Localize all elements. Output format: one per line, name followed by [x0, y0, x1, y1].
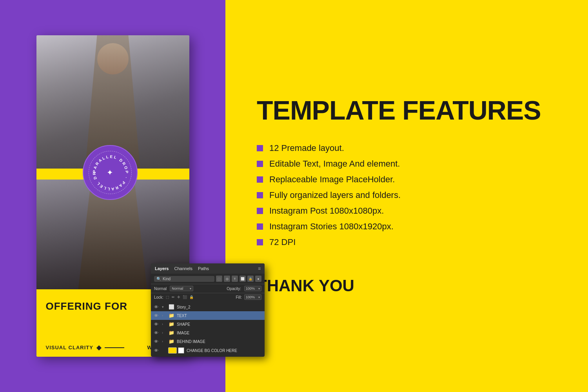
lock-draw-icon: ✏: [172, 295, 175, 299]
features-list: 12 Premade layout.Editable Text, Image A…: [257, 143, 557, 253]
layer-name-story2: Story_2: [177, 305, 261, 309]
feature-item: 72 DPI: [257, 237, 557, 247]
folder-icon-shape: 📁: [168, 321, 174, 327]
feature-item: Fully organized layers and folders.: [257, 190, 557, 200]
expand-icon[interactable]: ▾: [162, 305, 166, 309]
feature-text: Fully organized layers and folders.: [269, 190, 401, 200]
footer-line: [105, 347, 124, 348]
folder-icon-image: 📁: [168, 330, 174, 336]
blend-dropdown[interactable]: Normal ▾: [170, 286, 193, 291]
layers-toolbar: 🔍 Kind ⬚ ◎ T ⬜ 🔒 ●: [151, 274, 265, 284]
layers-tab-channels[interactable]: Channels: [174, 266, 192, 271]
layers-search: 🔍 Kind: [154, 276, 214, 282]
eye-icon-text[interactable]: 👁: [154, 313, 160, 318]
bullet-square: [257, 161, 263, 167]
layer-name-text: TEXT: [177, 314, 261, 318]
folder-icon-text: 📁: [168, 313, 174, 318]
fill-value: 100%: [246, 295, 255, 299]
bullet-square: [257, 192, 263, 198]
lock-all-icon: 🔒: [189, 295, 194, 299]
eye-icon-bgcolor[interactable]: 👁: [154, 348, 160, 353]
group-icon: ⬜: [168, 304, 174, 310]
lock-artboard-icon: ⬛: [183, 295, 187, 299]
expand-icon-text[interactable]: ›: [162, 314, 166, 318]
extra-filter-icon[interactable]: ●: [255, 276, 261, 282]
layer-item-behind[interactable]: 👁 › 📁 BEHIND IMAGE: [151, 337, 265, 346]
expand-icon-behind[interactable]: ›: [162, 339, 166, 343]
opacity-chevron: ▾: [258, 287, 260, 290]
bgcolor-mask: [178, 347, 184, 354]
layer-item-story2[interactable]: 👁 ▾ ⬜ Story_2: [151, 303, 265, 311]
layer-icons: ⬚ ◎ T ⬜ 🔒 ●: [216, 276, 261, 282]
layers-menu-icon[interactable]: ≡: [258, 266, 261, 271]
layers-lock-row: Lock: ⬚ ✏ ✛ ⬛ 🔒 Fill: 100% ▾: [151, 293, 265, 301]
lock-move-icon: ✛: [177, 295, 180, 299]
expand-icon-shape[interactable]: ›: [162, 322, 166, 326]
feature-text: 72 DPI: [269, 237, 296, 247]
layer-name-bgcolor: CHANGE BG COLOR HERE: [187, 348, 261, 353]
search-icon: 🔍: [156, 277, 161, 281]
template-title: TEMPLATE FEATURES: [257, 97, 557, 123]
bgcolor-swatch: [168, 347, 177, 354]
layers-tab-layers[interactable]: Layers: [155, 266, 169, 271]
feature-item: Editable Text, Image And element.: [257, 159, 557, 169]
bullet-square: [257, 145, 263, 151]
fill-chevron: ▾: [258, 296, 260, 299]
circle-badge: PARALLEL DROP · PARALLEL DROP · ✦: [83, 145, 138, 200]
circle-badge-inner: PARALLEL DROP · PARALLEL DROP · ✦: [89, 151, 132, 194]
blend-mode-label: Normal: [154, 287, 167, 291]
bullet-square: [257, 239, 263, 245]
pixel-filter-icon[interactable]: ⬚: [216, 276, 222, 282]
eye-icon-behind[interactable]: 👁: [154, 339, 160, 344]
eye-icon-image[interactable]: 👁: [154, 330, 160, 335]
layer-name-image: IMAGE: [177, 331, 261, 335]
blend-chevron: ▾: [190, 287, 191, 290]
feature-text: 12 Premade layout.: [269, 143, 344, 153]
layer-name-behind: BEHIND IMAGE: [177, 339, 261, 344]
layers-list: 👁 ▾ ⬜ Story_2 👁 › 📁 TEXT 👁 › 📁 SHAPE: [151, 301, 265, 357]
blend-value: Normal: [172, 287, 183, 290]
feature-item: Instagram Post 1080x1080px.: [257, 206, 557, 216]
opacity-value: 100%: [246, 287, 255, 290]
layers-panel[interactable]: Layers Channels Paths ≡ 🔍 Kind ⬚ ◎ T ⬜ 🔒…: [151, 263, 265, 357]
bullet-square: [257, 176, 263, 183]
layer-item-image[interactable]: 👁 › 📁 IMAGE: [151, 328, 265, 337]
opacity-label: Opacity:: [227, 287, 241, 291]
eye-icon-shape[interactable]: 👁: [154, 322, 160, 327]
expand-icon-image[interactable]: ›: [162, 331, 166, 335]
type-filter-icon[interactable]: T: [232, 276, 238, 282]
layers-tab-paths[interactable]: Paths: [198, 266, 209, 271]
layer-item-text[interactable]: 👁 › 📁 TEXT: [151, 311, 265, 320]
folder-icon-behind: 📁: [168, 339, 174, 344]
bullet-square: [257, 223, 263, 230]
kind-label: Kind: [163, 277, 171, 281]
adjustment-filter-icon[interactable]: ◎: [224, 276, 230, 282]
layer-item-shape[interactable]: 👁 › 📁 SHAPE: [151, 320, 265, 328]
eye-icon[interactable]: 👁: [154, 305, 160, 309]
shape-filter-icon[interactable]: ⬜: [240, 276, 246, 282]
left-panel: OFFERING FOR VISUAL CLARITY ◆ WILDWOOD: [0, 0, 225, 392]
feature-item: Instagram Stories 1080x1920px.: [257, 221, 557, 232]
thank-you: THANK YOU: [257, 276, 557, 295]
feature-text: Editable Text, Image And element.: [269, 159, 400, 169]
lock-label: Lock:: [154, 295, 163, 299]
feature-item: 12 Premade layout.: [257, 143, 557, 153]
footer-left: VISUAL CLARITY ◆: [46, 344, 124, 351]
smart-filter-icon[interactable]: 🔒: [247, 276, 254, 282]
feature-text: Instagram Post 1080x1080px.: [269, 206, 384, 216]
right-panel: TEMPLATE FEATURES 12 Premade layout.Edit…: [225, 0, 588, 392]
fill-label: Fill:: [236, 295, 242, 299]
layers-options: Normal Normal ▾ Opacity: 100% ▾: [151, 284, 265, 293]
footer-arrow-icon: ◆: [96, 344, 102, 351]
bullet-square: [257, 208, 263, 214]
layers-header: Layers Channels Paths ≡: [151, 263, 265, 274]
footer-visual-clarity: VISUAL CLARITY: [46, 345, 93, 350]
fill-field[interactable]: 100% ▾: [244, 294, 261, 300]
feature-text: Instagram Stories 1080x1920px.: [269, 221, 394, 232]
opacity-field[interactable]: 100% ▾: [244, 286, 261, 291]
sparkle-icon: ✦: [107, 168, 113, 177]
feature-text: Replaceable Image PlaceHolder.: [269, 174, 395, 185]
layer-item-bgcolor[interactable]: 👁 CHANGE BG COLOR HERE: [151, 346, 265, 355]
lock-pixel-icon: ⬚: [166, 295, 169, 299]
layer-name-shape: SHAPE: [177, 322, 261, 327]
